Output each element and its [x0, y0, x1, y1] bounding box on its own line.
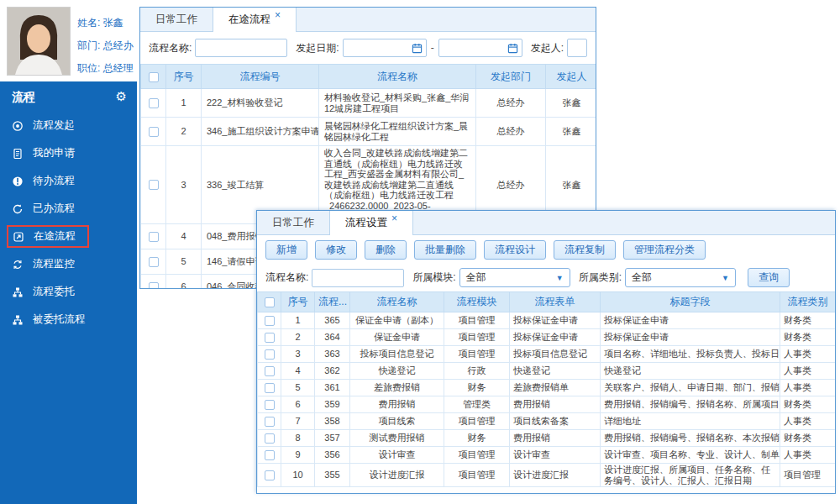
- table-row[interactable]: 8 357 测试费用报销 财务 费用报销 费用报销、报销编号、报销名称、本次报销…: [258, 430, 836, 447]
- date-from-input[interactable]: [343, 39, 427, 57]
- row-checkbox[interactable]: [265, 400, 275, 410]
- process-name-label: 流程名称:: [149, 41, 192, 55]
- cell-no: 7: [281, 413, 315, 430]
- table-row[interactable]: 1 222_材料验收登记 材料验收登记_材料采购_张鑫_华润12城房建工程项目 …: [141, 89, 597, 118]
- sidebar-item-delegated-processes[interactable]: 被委托流程: [0, 306, 137, 333]
- row-checkbox[interactable]: [265, 333, 275, 343]
- table-row[interactable]: 1 365 保证金申请（副本） 项目管理 投标保证金申请 投标保证金申请 财务类: [258, 312, 836, 329]
- sidebar-item-todo-processes[interactable]: 待办流程: [0, 167, 137, 195]
- sidebar-item-my-applications[interactable]: 我的申请: [0, 139, 137, 167]
- row-checkbox[interactable]: [265, 383, 275, 393]
- tab-close-icon[interactable]: ×: [391, 213, 397, 224]
- row-checkbox[interactable]: [149, 282, 159, 289]
- table-row[interactable]: 9 356 设计审查 项目管理 设计审查 设计审查、项目名称、专业、设计人、制单…: [258, 447, 836, 464]
- sidebar-item-label: 流程委托: [33, 285, 75, 299]
- table-row[interactable]: 2 364 保证金申请 项目管理 投标保证金申请 投标保证金申请 财务类: [258, 329, 836, 346]
- cell-form: 费用报销: [510, 396, 601, 413]
- sidebar-item-process-start[interactable]: 流程发起: [0, 112, 137, 139]
- sidebar-item-process-monitor[interactable]: 流程监控: [0, 250, 137, 278]
- checkbox-cell: [258, 346, 281, 363]
- user-photo: [7, 7, 71, 76]
- manage-categories-button[interactable]: 管理流程分类: [623, 240, 706, 260]
- table-row[interactable]: 2 346_施工组织设计方案申请 晨铭园林绿化工程组织设计方案_晨铭园林绿化工程…: [141, 118, 597, 146]
- category-select-value: 全部: [632, 270, 652, 285]
- process-name-input-field[interactable]: [316, 272, 400, 284]
- document-icon: [12, 148, 25, 160]
- chevron-down-icon: ▼: [722, 274, 729, 282]
- initiator-input-field[interactable]: [571, 42, 583, 54]
- checkbox-cell: [141, 274, 166, 289]
- table-row[interactable]: 3 363 投标项目信息登记 项目管理 投标项目信息登记 项目名称、详细地址、投…: [258, 346, 836, 363]
- cell-title-field: 设计进度汇报、所属项目、任务名称、任务编号、设计人、汇报人、汇报日期: [601, 464, 780, 487]
- tab-daily-work[interactable]: 日常工作: [140, 8, 213, 31]
- process-name-input[interactable]: [312, 269, 404, 287]
- table-row[interactable]: 4 362 快递登记 行政 快递登记 快递登记 人事类: [258, 363, 836, 380]
- date-to-field[interactable]: [443, 42, 506, 54]
- cell-name: 费用报销: [350, 396, 444, 413]
- sidebar-item-label: 我的申请: [33, 146, 75, 160]
- row-checkbox[interactable]: [149, 232, 159, 242]
- row-checkbox[interactable]: [265, 366, 275, 376]
- cell-no: 1: [166, 89, 202, 118]
- batch-delete-button[interactable]: 批量删除: [414, 240, 476, 260]
- process-name-input-field[interactable]: [199, 42, 283, 54]
- chevron-down-icon: ▼: [556, 274, 564, 282]
- process-copy-button[interactable]: 流程复制: [554, 240, 616, 260]
- sync-icon: [12, 259, 25, 270]
- row-checkbox[interactable]: [149, 127, 159, 137]
- cell-category: 人事类: [780, 413, 836, 430]
- calendar-icon[interactable]: [507, 43, 518, 54]
- module-select[interactable]: 全部 ▼: [459, 268, 570, 287]
- cell-category: 财务类: [780, 329, 836, 346]
- calendar-icon[interactable]: [412, 43, 423, 54]
- process-name-input[interactable]: [195, 39, 287, 57]
- cell-category: 财务类: [780, 430, 836, 447]
- cell-no: 3: [281, 346, 315, 363]
- col-process-code: 流程编号: [202, 65, 319, 89]
- select-all-checkbox[interactable]: [149, 72, 159, 82]
- tab-daily-work[interactable]: 日常工作: [257, 211, 329, 234]
- sidebar-item-process-delegation[interactable]: 流程委托: [0, 278, 137, 306]
- table-row[interactable]: 5 361 差旅费报销 财务 差旅费报销单 关联客户、报销人、申请日期、部门、报…: [258, 380, 836, 396]
- table-row[interactable]: 10 355 设计进度汇报 项目管理 设计进度汇报 设计进度汇报、所属项目、任务…: [258, 464, 836, 487]
- tab-close-icon[interactable]: ×: [275, 9, 281, 21]
- delete-button[interactable]: 删除: [365, 240, 407, 260]
- cell-name: 差旅费报销: [350, 380, 444, 396]
- date-from-field[interactable]: [347, 42, 410, 54]
- row-checkbox[interactable]: [149, 98, 159, 108]
- category-select[interactable]: 全部 ▼: [625, 268, 736, 287]
- row-checkbox[interactable]: [149, 257, 159, 267]
- edit-button[interactable]: 修改: [315, 240, 357, 260]
- cell-category: 项目管理: [780, 464, 836, 487]
- cell-module: 项目管理: [444, 413, 510, 430]
- cell-name: 快递登记: [350, 363, 444, 380]
- cell-no: 6: [166, 274, 202, 289]
- row-checkbox[interactable]: [265, 316, 275, 326]
- sidebar-item-in-transit-processes[interactable]: 在途流程: [0, 223, 137, 250]
- select-all-checkbox[interactable]: [265, 297, 275, 307]
- cell-module: 项目管理: [444, 346, 510, 363]
- sidebar-item-done-processes[interactable]: 已办流程: [0, 195, 137, 223]
- row-checkbox[interactable]: [149, 180, 159, 190]
- row-checkbox[interactable]: [265, 349, 275, 360]
- tab-in-transit[interactable]: 在途流程×: [213, 8, 297, 32]
- row-checkbox[interactable]: [265, 450, 275, 460]
- cell-category: 人事类: [780, 447, 836, 464]
- initiator-input[interactable]: [567, 39, 587, 57]
- add-button[interactable]: 新增: [265, 240, 307, 260]
- date-to-input[interactable]: [438, 39, 522, 57]
- gear-icon[interactable]: ⚙: [116, 81, 127, 112]
- row-checkbox[interactable]: [265, 433, 275, 444]
- process-design-button[interactable]: 流程设计: [484, 240, 546, 260]
- row-checkbox[interactable]: [265, 470, 275, 480]
- table-row[interactable]: 7 358 项目线索 项目管理 项目线索备案 详细地址 人事类: [258, 413, 836, 430]
- org-chart-icon: [12, 314, 25, 326]
- tab-process-settings[interactable]: 流程设置×: [329, 211, 413, 235]
- row-checkbox[interactable]: [265, 417, 275, 427]
- filter-bar: 流程名称: 所属模块: 全部 ▼ 所属类别: 全部 ▼ 查询: [257, 264, 835, 291]
- sidebar-title: 流程: [12, 90, 35, 103]
- cell-title-field: 快递登记: [601, 363, 780, 380]
- search-button[interactable]: 查询: [748, 268, 790, 287]
- sidebar: 流程 ⚙ 流程发起 我的申请 待办流程 已办流程 在途流程: [0, 81, 137, 504]
- table-row[interactable]: 6 359 费用报销 管理类 费用报销 费用报销、报销编号、报销名称、所属项目 …: [258, 396, 836, 413]
